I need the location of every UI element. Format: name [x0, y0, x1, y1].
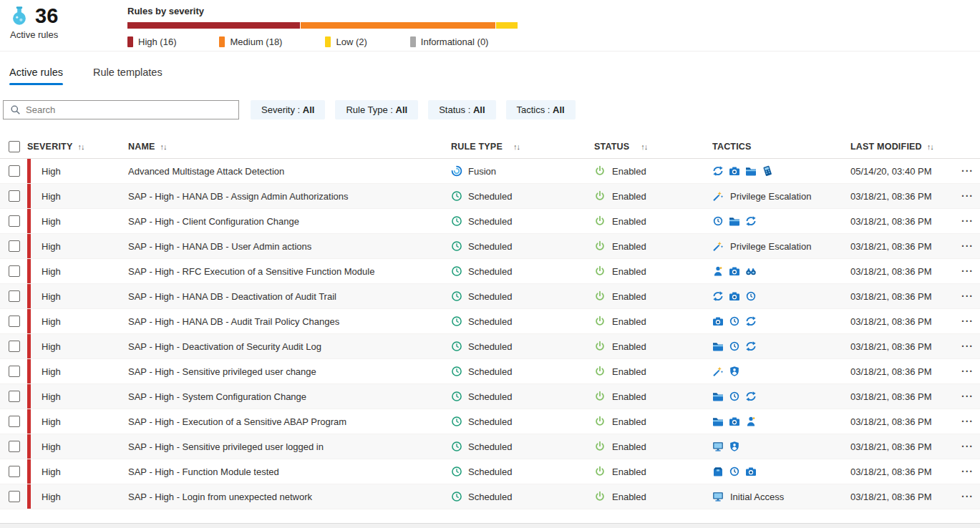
table-row[interactable]: High SAP - High - Function Module tested… [0, 459, 980, 484]
status-label: Enabled [612, 341, 646, 352]
row-menu-cell: ··· [961, 184, 980, 208]
table-row[interactable]: High SAP - High - RFC Execution of a Sen… [0, 259, 980, 284]
rule-type-cell: Scheduled [451, 484, 594, 509]
rule-name: SAP - High - HANA DB - User Admin action… [128, 234, 451, 258]
row-checkbox[interactable] [9, 190, 20, 202]
row-menu-cell: ··· [961, 259, 980, 283]
camera-icon [729, 265, 740, 277]
severity-stripe [27, 359, 31, 383]
last-modified: 03/18/21, 08:36 PM [850, 234, 961, 258]
tab-bar: Active rulesRule templates [0, 52, 980, 85]
row-checkbox[interactable] [9, 290, 20, 302]
row-checkbox[interactable] [9, 391, 20, 402]
row-menu-button[interactable]: ··· [961, 165, 974, 177]
shield-icon [729, 366, 740, 377]
row-menu-button[interactable]: ··· [961, 316, 974, 327]
severity-value: High [42, 492, 61, 502]
filter-pills: Severity : AllRule Type : AllStatus : Al… [251, 100, 576, 119]
last-modified: 03/18/21, 08:36 PM [850, 484, 961, 509]
status-label: Enabled [612, 241, 646, 252]
last-modified: 03/18/21, 08:36 PM [850, 309, 961, 333]
row-checkbox[interactable] [9, 316, 20, 327]
table-row[interactable]: High SAP - High - Execution of a Sensiti… [0, 409, 980, 434]
severity-legend: High (16)Medium (18)Low (2)Informational… [127, 36, 518, 47]
power-icon [594, 391, 606, 402]
column-header-severity[interactable]: SEVERITY↑↓ [27, 142, 128, 152]
tab-rule-templates[interactable]: Rule templates [93, 67, 162, 85]
status-label: Enabled [612, 291, 646, 302]
table-row[interactable]: High SAP - High - HANA DB - Assign Admin… [0, 184, 980, 209]
rule-name: Advanced Multistage Attack Detection [128, 159, 451, 183]
tactic-label: Initial Access [730, 492, 784, 502]
row-checkbox[interactable] [9, 366, 20, 377]
pill-value: All [303, 104, 315, 115]
row-check-cell [0, 384, 27, 409]
filter-pill-rule[interactable]: Rule Type : All [335, 100, 418, 119]
sync-icon [745, 391, 757, 402]
search-box[interactable] [3, 100, 239, 119]
table-row[interactable]: High SAP - High - Login from unexpected … [0, 484, 980, 509]
severity-segment-low [496, 22, 518, 29]
severity-value: High [42, 266, 61, 277]
row-menu-button[interactable]: ··· [961, 441, 974, 452]
severity-cell: High [27, 384, 128, 409]
select-all-checkbox[interactable] [9, 141, 20, 152]
row-checkbox[interactable] [9, 215, 20, 227]
filter-pill-status[interactable]: Status : All [428, 100, 495, 119]
row-menu-button[interactable]: ··· [961, 391, 974, 402]
table-header-row: SEVERITY↑↓NAME↑↓RULE TYPE↑↓STATUS↑↓TACTI… [0, 135, 980, 159]
row-menu-button[interactable]: ··· [961, 290, 974, 302]
row-menu-button[interactable]: ··· [961, 466, 974, 477]
row-menu-button[interactable]: ··· [961, 341, 974, 352]
row-checkbox[interactable] [9, 416, 20, 427]
sort-icon: ↑↓ [513, 142, 520, 151]
table-row[interactable]: High SAP - High - Sensitive privileged u… [0, 359, 980, 384]
column-header-modified[interactable]: LAST MODIFIED↑↓ [850, 142, 961, 152]
row-checkbox[interactable] [9, 466, 20, 477]
table-row[interactable]: High SAP - High - Deactivation of Securi… [0, 334, 980, 359]
status-cell: Enabled [594, 434, 712, 459]
rule-type-cell: Scheduled [451, 259, 594, 283]
table-body: High Advanced Multistage Attack Detectio… [0, 159, 980, 509]
row-menu-cell: ··· [961, 359, 980, 383]
person-icon [745, 416, 757, 427]
row-check-cell [0, 359, 27, 383]
severity-stripe [27, 159, 31, 183]
severity-value: High [42, 241, 61, 252]
column-header-status[interactable]: STATUS↑↓ [594, 142, 712, 152]
column-header-name[interactable]: NAME↑↓ [128, 142, 451, 152]
row-menu-button[interactable]: ··· [961, 366, 974, 377]
table-row[interactable]: High SAP - High - Client Configuration C… [0, 209, 980, 234]
row-menu-button[interactable]: ··· [961, 190, 974, 202]
row-checkbox[interactable] [9, 265, 20, 277]
table-row[interactable]: High Advanced Multistage Attack Detectio… [0, 159, 980, 184]
severity-cell: High [27, 259, 128, 283]
severity-value: High [42, 366, 61, 377]
privilege-escalation-icon [712, 190, 724, 202]
fusion-icon [451, 165, 462, 177]
row-checkbox[interactable] [9, 165, 20, 177]
table-row[interactable]: High SAP - High - HANA DB - Audit Trail … [0, 309, 980, 334]
tab-active-rules[interactable]: Active rules [9, 67, 63, 85]
row-menu-button[interactable]: ··· [961, 215, 974, 227]
row-menu-button[interactable]: ··· [961, 491, 974, 502]
row-checkbox[interactable] [9, 441, 20, 452]
table-row[interactable]: High SAP - High - HANA DB - User Admin a… [0, 234, 980, 259]
horizontal-scrollbar[interactable] [0, 523, 980, 528]
row-checkbox[interactable] [9, 491, 20, 502]
row-menu-button[interactable]: ··· [961, 240, 974, 252]
row-checkbox[interactable] [9, 341, 20, 352]
clock-icon [729, 316, 740, 327]
table-row[interactable]: High SAP - High - System Configuration C… [0, 384, 980, 409]
row-menu-button[interactable]: ··· [961, 265, 974, 277]
rule-type-label: Scheduled [468, 466, 512, 477]
filter-pill-tactics[interactable]: Tactics : All [506, 100, 576, 119]
column-header-type[interactable]: RULE TYPE↑↓ [451, 142, 594, 152]
table-row[interactable]: High SAP - High - Sensitive privileged u… [0, 434, 980, 459]
filter-pill-severity[interactable]: Severity : All [251, 100, 325, 119]
row-checkbox[interactable] [9, 240, 20, 252]
search-input[interactable] [26, 104, 233, 115]
table-row[interactable]: High SAP - High - HANA DB - Deactivation… [0, 284, 980, 309]
row-check-cell [0, 484, 27, 509]
row-menu-button[interactable]: ··· [961, 416, 974, 427]
